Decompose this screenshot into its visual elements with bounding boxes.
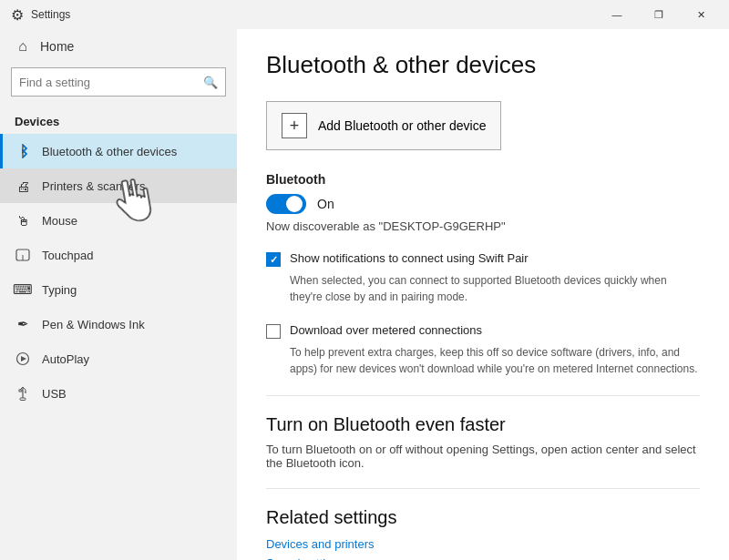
related-link-devices[interactable]: Devices and printers	[266, 537, 700, 551]
home-icon: ⌂	[15, 38, 31, 55]
svg-marker-3	[21, 356, 26, 361]
metered-section: Download over metered connections To hel…	[266, 323, 700, 377]
bluetooth-toggle[interactable]	[266, 194, 306, 214]
close-button[interactable]: ✕	[680, 0, 722, 29]
sidebar-item-typing-label: Typing	[42, 283, 77, 297]
swift-pair-row: Show notifications to connect using Swif…	[266, 251, 700, 267]
search-icon: 🔍	[203, 76, 218, 89]
sidebar-section-label: Devices	[0, 107, 237, 134]
swift-pair-desc: When selected, you can connect to suppor…	[290, 272, 700, 305]
typing-icon: ⌨	[15, 281, 31, 298]
metered-checkbox[interactable]	[266, 324, 281, 339]
autoplay-icon	[15, 351, 31, 367]
faster-title: Turn on Bluetooth even faster	[266, 414, 700, 435]
search-box[interactable]: 🔍	[11, 67, 226, 97]
toggle-row: On	[266, 194, 700, 214]
toggle-label: On	[317, 197, 334, 211]
add-device-button[interactable]: + Add Bluetooth or other device	[266, 101, 501, 150]
swift-pair-section: Show notifications to connect using Swif…	[266, 251, 700, 305]
discoverable-text: Now discoverable as "DESKTOP-G9GERHP"	[266, 219, 700, 233]
sidebar-item-mouse-label: Mouse	[42, 214, 77, 228]
bluetooth-icon	[15, 143, 31, 159]
sidebar-item-mouse[interactable]: 🖱 Mouse	[0, 203, 237, 238]
sidebar-item-usb-label: USB	[42, 387, 67, 401]
sidebar-item-typing[interactable]: ⌨ Typing	[0, 272, 237, 307]
sidebar-item-autoplay[interactable]: AutoPlay	[0, 341, 237, 376]
divider-1	[266, 395, 700, 396]
title-bar: ⚙ Settings — ❐ ✕	[0, 0, 729, 29]
title-bar-left: ⚙ Settings	[11, 6, 70, 24]
home-label: Home	[40, 39, 74, 54]
metered-row: Download over metered connections	[266, 323, 700, 339]
title-bar-controls: — ❐ ✕	[596, 0, 722, 29]
touchpad-icon	[15, 247, 31, 263]
sidebar-item-home[interactable]: ⌂ Home	[0, 29, 237, 64]
sidebar-item-touchpad-label: Touchpad	[42, 249, 93, 262]
content-area: Bluetooth & other devices + Add Bluetoot…	[237, 29, 729, 560]
sidebar-item-autoplay-label: AutoPlay	[42, 352, 89, 366]
sidebar-item-bluetooth[interactable]: Bluetooth & other devices	[0, 134, 237, 168]
add-icon: +	[282, 113, 307, 138]
svg-rect-7	[19, 390, 22, 392]
svg-rect-10	[20, 398, 26, 401]
minimize-button[interactable]: —	[596, 0, 638, 29]
swift-pair-checkbox[interactable]	[266, 252, 281, 267]
page-title: Bluetooth & other devices	[266, 51, 700, 79]
mouse-icon: 🖱	[15, 212, 31, 229]
sidebar-item-printers-label: Printers & scanners	[42, 179, 145, 193]
app-body: ⌂ Home 🔍 Devices Bluetooth & other devic…	[0, 29, 729, 560]
sidebar-item-bluetooth-label: Bluetooth & other devices	[42, 145, 177, 158]
swift-pair-label: Show notifications to connect using Swif…	[290, 251, 529, 265]
search-input[interactable]	[19, 76, 203, 89]
maximize-button[interactable]: ❐	[638, 0, 680, 29]
add-device-label: Add Bluetooth or other device	[318, 118, 486, 133]
bluetooth-section-label: Bluetooth	[266, 172, 700, 187]
sidebar-item-pen[interactable]: ✒ Pen & Windows Ink	[0, 307, 237, 341]
sidebar-item-usb[interactable]: USB	[0, 376, 237, 411]
sidebar: ⌂ Home 🔍 Devices Bluetooth & other devic…	[0, 29, 237, 560]
divider-2	[266, 488, 700, 489]
title-bar-title: Settings	[31, 8, 70, 21]
sidebar-item-touchpad[interactable]: Touchpad	[0, 238, 237, 272]
printer-icon: 🖨	[15, 178, 31, 194]
sidebar-item-pen-label: Pen & Windows Ink	[42, 318, 145, 331]
sidebar-item-printers[interactable]: 🖨 Printers & scanners	[0, 168, 237, 203]
settings-icon: ⚙	[11, 6, 24, 24]
related-title: Related settings	[266, 507, 700, 528]
usb-icon	[15, 385, 31, 402]
metered-desc: To help prevent extra charges, keep this…	[290, 344, 700, 377]
related-link-sound[interactable]: Sound settings	[266, 556, 700, 560]
pen-icon: ✒	[15, 316, 31, 332]
faster-desc: To turn Bluetooth on or off without open…	[266, 443, 700, 470]
metered-label: Download over metered connections	[290, 323, 482, 337]
